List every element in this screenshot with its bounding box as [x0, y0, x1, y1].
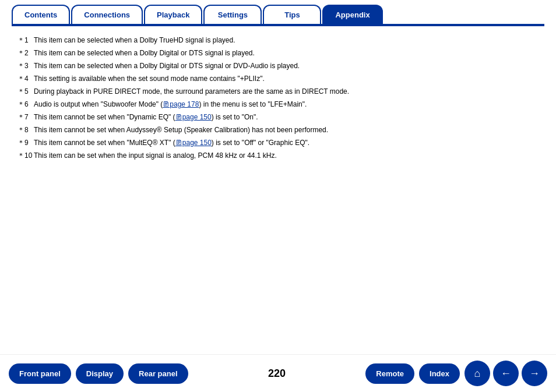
- footnote-10: ＊10 This item can be set when the input …: [17, 150, 539, 161]
- footnote-text-6: Audio is output when "Subwoofer Mode" (🖹…: [34, 99, 539, 110]
- tab-connections[interactable]: Connections: [71, 5, 143, 24]
- footnote-1: ＊1 This item can be selected when a Dolb…: [17, 35, 539, 45]
- footnote-num-9: ＊9: [17, 137, 34, 148]
- tab-appendix[interactable]: Appendix: [322, 5, 382, 24]
- footnote-num-8: ＊8: [17, 125, 34, 135]
- footnote-num-7: ＊7: [17, 112, 34, 122]
- footnote-7: ＊7 This item cannot be set when "Dynamic…: [17, 112, 539, 122]
- forward-icon: →: [529, 368, 540, 380]
- footnote-num-6: ＊6: [17, 99, 34, 110]
- footnote-num-5: ＊5: [17, 86, 34, 97]
- footnote-8: ＊8 This item cannot be set when Audyssey…: [17, 125, 539, 135]
- footnote-2: ＊2 This item can be selected when a Dolb…: [17, 48, 539, 58]
- front-panel-button[interactable]: Front panel: [9, 363, 71, 384]
- footnote-num-1: ＊1: [17, 35, 34, 45]
- page-number: 220: [259, 368, 294, 380]
- footnote-text-1: This item can be selected when a Dolby T…: [34, 35, 539, 45]
- tab-settings[interactable]: Settings: [203, 5, 262, 24]
- index-button[interactable]: Index: [419, 363, 460, 384]
- tab-contents[interactable]: Contents: [12, 5, 70, 24]
- main-content: ＊1 This item can be selected when a Dolb…: [0, 26, 556, 354]
- footnote-text-10: This item can be set when the input sign…: [34, 150, 539, 161]
- footnote-4: ＊4 This setting is available when the se…: [17, 73, 539, 84]
- home-icon: ⌂: [474, 368, 481, 380]
- icon-buttons: ⌂ ← →: [464, 361, 547, 386]
- footnote-num-2: ＊2: [17, 48, 34, 58]
- page-link-150b[interactable]: 🖹page 150: [175, 139, 212, 147]
- footnote-9: ＊9 This item cannot be set when "MultEQ®…: [17, 137, 539, 148]
- home-button[interactable]: ⌂: [464, 361, 490, 386]
- footnote-5: ＊5 During playback in PURE DIRECT mode, …: [17, 86, 539, 97]
- back-button[interactable]: ←: [493, 361, 519, 386]
- back-icon: ←: [501, 368, 511, 380]
- page-link-150a[interactable]: 🖹page 150: [175, 113, 212, 121]
- footnote-3: ＊3 This item can be selected when a Dolb…: [17, 61, 539, 71]
- footnote-text-4: This setting is available when the set s…: [34, 73, 539, 84]
- footnote-text-8: This item cannot be set when Audyssey® S…: [34, 125, 539, 135]
- remote-button[interactable]: Remote: [365, 363, 414, 384]
- footnote-text-5: During playback in PURE DIRECT mode, the…: [34, 86, 539, 97]
- footnote-num-10: ＊10: [17, 150, 34, 161]
- tab-playback[interactable]: Playback: [144, 5, 202, 24]
- tab-tips[interactable]: Tips: [263, 5, 321, 24]
- bottom-nav-left: Front panel Display Rear panel: [9, 363, 188, 384]
- tab-navigation: Contents Connections Playback Settings T…: [0, 0, 556, 24]
- footnote-text-7: This item cannot be set when "Dynamic EQ…: [34, 112, 539, 122]
- footnote-num-4: ＊4: [17, 73, 34, 84]
- footnote-text-9: This item cannot be set when "MultEQ® XT…: [34, 137, 539, 148]
- display-button[interactable]: Display: [76, 363, 124, 384]
- forward-button[interactable]: →: [522, 361, 547, 386]
- footnote-6: ＊6 Audio is output when "Subwoofer Mode"…: [17, 99, 539, 110]
- page-link-178[interactable]: 🖹page 178: [163, 100, 199, 108]
- rear-panel-button[interactable]: Rear panel: [128, 363, 188, 384]
- footnote-text-3: This item can be selected when a Dolby D…: [34, 61, 539, 71]
- bottom-navigation: Front panel Display Rear panel 220 Remot…: [0, 354, 556, 392]
- footnote-text-2: This item can be selected when a Dolby D…: [34, 48, 539, 58]
- footnote-num-3: ＊3: [17, 61, 34, 71]
